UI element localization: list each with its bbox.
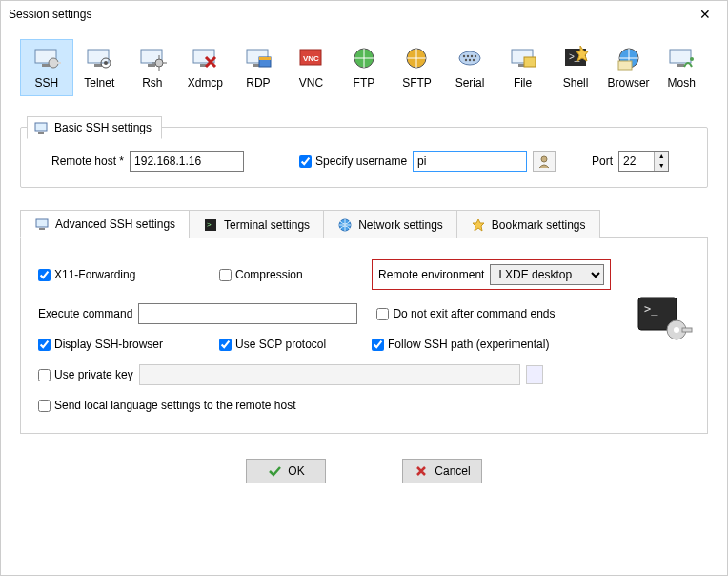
svg-rect-31 bbox=[524, 57, 536, 67]
svg-point-23 bbox=[467, 55, 469, 57]
scp-protocol-checkbox[interactable]: Use SCP protocol bbox=[219, 338, 372, 351]
user-icon bbox=[536, 154, 552, 169]
svg-point-21 bbox=[459, 51, 480, 65]
protocol-label: File bbox=[497, 76, 549, 90]
svg-point-7 bbox=[104, 61, 108, 65]
svg-point-22 bbox=[463, 55, 465, 57]
cross-icon bbox=[414, 463, 429, 479]
titlebar: Session settings ✕ bbox=[1, 1, 727, 28]
svg-point-42 bbox=[541, 156, 547, 162]
tab-terminal[interactable]: > Terminal settings bbox=[189, 210, 324, 238]
x11-forwarding-checkbox[interactable]: X11-Forwarding bbox=[38, 268, 219, 281]
protocol-label: RDP bbox=[233, 76, 284, 90]
protocol-label: SSH bbox=[21, 76, 72, 90]
svg-point-24 bbox=[471, 55, 473, 57]
window-title: Session settings bbox=[9, 8, 691, 21]
protocol-serial[interactable]: Serial bbox=[443, 39, 496, 96]
protocol-label: FTP bbox=[338, 76, 390, 90]
cancel-button[interactable]: Cancel bbox=[402, 459, 482, 483]
remote-environment-group: Remote environment LXDE desktop bbox=[372, 259, 611, 290]
protocol-vnc[interactable]: VNCVNC bbox=[285, 39, 338, 96]
specify-username-checkbox[interactable]: Specify username bbox=[299, 154, 407, 168]
remote-environment-label: Remote environment bbox=[378, 268, 484, 281]
users-button[interactable] bbox=[533, 151, 556, 172]
svg-text:>: > bbox=[207, 220, 212, 229]
protocol-label: SFTP bbox=[392, 76, 443, 90]
protocol-label: Serial bbox=[444, 76, 495, 90]
globe-icon bbox=[337, 217, 353, 233]
svg-rect-37 bbox=[670, 50, 691, 63]
svg-point-25 bbox=[475, 55, 476, 57]
svg-point-28 bbox=[473, 59, 475, 61]
svg-rect-9 bbox=[148, 64, 155, 67]
svg-point-27 bbox=[469, 59, 471, 61]
basic-ssh-group: Basic SSH settings Remote host * Specify… bbox=[20, 127, 708, 188]
terminal-icon: > bbox=[203, 217, 218, 233]
compression-checkbox[interactable]: Compression bbox=[219, 268, 372, 281]
svg-rect-40 bbox=[35, 123, 47, 131]
svg-text:VNC: VNC bbox=[303, 54, 319, 63]
star-icon bbox=[471, 217, 486, 233]
username-input[interactable] bbox=[413, 151, 527, 172]
send-language-checkbox[interactable]: Send local language settings to the remo… bbox=[38, 399, 690, 412]
svg-point-26 bbox=[465, 59, 467, 61]
protocol-label: Shell bbox=[550, 76, 601, 90]
dialog-buttons: OK Cancel bbox=[20, 434, 708, 493]
svg-rect-38 bbox=[677, 64, 684, 67]
port-input[interactable]: ▲▼ bbox=[618, 151, 669, 172]
execute-command-input[interactable] bbox=[138, 303, 357, 324]
remote-host-label: Remote host * bbox=[51, 154, 124, 168]
remote-environment-select[interactable]: LXDE desktop bbox=[490, 264, 604, 285]
advanced-ssh-panel: X11-Forwarding Compression Remote enviro… bbox=[20, 238, 708, 434]
protocol-label: Mosh bbox=[656, 76, 707, 90]
protocol-telnet[interactable]: Telnet bbox=[73, 39, 127, 96]
ok-button[interactable]: OK bbox=[246, 459, 326, 483]
tab-advanced[interactable]: Advanced SSH settings bbox=[20, 210, 190, 238]
chevron-up-icon[interactable]: ▲ bbox=[655, 152, 668, 161]
ssh-browser-checkbox[interactable]: Display SSH-browser bbox=[38, 338, 219, 351]
basic-ssh-group-title: Basic SSH settings bbox=[27, 116, 162, 139]
protocol-shell[interactable]: >_Shell bbox=[549, 39, 602, 96]
monitor-icon bbox=[34, 216, 50, 232]
svg-point-53 bbox=[674, 327, 679, 333]
svg-rect-3 bbox=[56, 62, 61, 64]
svg-rect-36 bbox=[618, 61, 632, 70]
svg-marker-48 bbox=[473, 219, 484, 231]
protocol-file[interactable]: File bbox=[496, 39, 550, 96]
svg-rect-41 bbox=[38, 132, 44, 134]
svg-text:>_: >_ bbox=[644, 302, 658, 316]
protocol-ssh[interactable]: SSH bbox=[20, 39, 73, 96]
svg-rect-16 bbox=[259, 57, 271, 60]
ssh-terminal-key-icon: >_ bbox=[635, 292, 694, 351]
svg-rect-44 bbox=[39, 228, 45, 230]
protocol-ftp[interactable]: FTP bbox=[337, 39, 391, 96]
private-key-checkbox[interactable]: Use private key bbox=[38, 368, 133, 381]
svg-rect-4 bbox=[88, 50, 109, 63]
svg-point-39 bbox=[690, 57, 694, 61]
protocol-browser[interactable]: Browser bbox=[602, 39, 656, 96]
protocol-label: Rsh bbox=[127, 76, 178, 90]
monitor-icon bbox=[33, 120, 49, 135]
session-settings-window: Session settings ✕ SSHTelnetRshXdmcpRDPV… bbox=[0, 0, 728, 576]
svg-rect-43 bbox=[36, 219, 48, 227]
protocol-sftp[interactable]: SFTP bbox=[391, 39, 444, 96]
check-icon bbox=[267, 463, 282, 479]
protocol-label: Telnet bbox=[74, 76, 126, 90]
protocol-rsh[interactable]: Rsh bbox=[126, 39, 179, 96]
tab-network[interactable]: Network settings bbox=[323, 210, 457, 238]
private-key-input bbox=[139, 364, 520, 385]
protocol-xdmcp[interactable]: Xdmcp bbox=[179, 39, 233, 96]
protocol-mosh[interactable]: Mosh bbox=[655, 39, 708, 96]
protocol-rdp[interactable]: RDP bbox=[232, 39, 285, 96]
private-key-browse-button[interactable] bbox=[526, 365, 543, 384]
chevron-down-icon[interactable]: ▼ bbox=[655, 161, 668, 171]
execute-command-label: Execute command bbox=[38, 307, 132, 320]
protocol-toolbar: SSHTelnetRshXdmcpRDPVNCVNCFTPSFTPSerialF… bbox=[20, 37, 708, 110]
no-exit-checkbox[interactable]: Do not exit after command ends bbox=[376, 307, 555, 320]
remote-host-input[interactable] bbox=[130, 151, 244, 172]
port-label: Port bbox=[592, 154, 613, 168]
close-icon[interactable]: ✕ bbox=[691, 7, 719, 22]
protocol-label: Browser bbox=[603, 76, 655, 90]
tab-bookmark[interactable]: Bookmark settings bbox=[456, 210, 600, 238]
svg-rect-52 bbox=[682, 328, 692, 332]
